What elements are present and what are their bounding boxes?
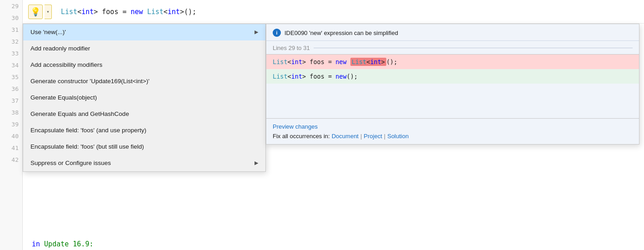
info-icon-label: i [276, 30, 277, 35]
line-38: 38 [0, 106, 22, 118]
preview-subtitle-line [314, 48, 633, 48]
line-31: 31 [0, 24, 22, 35]
line-40: 40 [0, 130, 22, 142]
line-37: 37 [0, 95, 22, 106]
menu-item-generate-constructor-label: Generate constructor 'Update169(List<int… [30, 78, 150, 85]
fix-separator-1: | [360, 133, 362, 140]
preview-subtitle: Lines 29 to 31 [266, 41, 639, 55]
menu-item-encapsulate-property[interactable]: Encapsulate field: 'foos' (and use prope… [23, 122, 265, 139]
fix-all-line: Fix all occurrences in: Document | Proje… [273, 133, 633, 140]
menu-item-suppress-arrow: ▶ [255, 160, 258, 166]
line-36: 36 [0, 83, 22, 95]
line-33: 33 [0, 47, 22, 59]
code-bottom-bar: in Update 16.9: [23, 238, 644, 250]
menu-item-generate-equals-hashcode-label: Generate Equals and GetHashCode [30, 110, 129, 117]
line-39: 39 [0, 118, 22, 130]
menu-item-generate-equals[interactable]: Generate Equals(object) [23, 90, 265, 106]
line-32: 32 [0, 35, 22, 47]
line-numbers: 29 30 31 32 33 34 35 36 37 38 39 40 41 4… [0, 0, 23, 250]
menu-item-generate-constructor[interactable]: Generate constructor 'Update169(List<int… [23, 73, 265, 90]
preview-code-line-old: List<int> foos = new List<int>(); [266, 55, 639, 69]
menu-item-suppress-configure-label: Suppress or Configure issues [30, 160, 111, 166]
preview-changes-link[interactable]: Preview changes [273, 123, 633, 130]
menu-item-use-new-label: Use 'new(...)' [30, 29, 66, 35]
line-30: 30 [0, 12, 22, 24]
preview-header: i IDE0090 'new' expression can be simpli… [266, 24, 639, 41]
code-line-30-text: List<int> foos = new List<int>(); [61, 8, 196, 16]
menu-item-add-readonly[interactable]: Add readonly modifier [23, 40, 265, 57]
context-menu: Use 'new(...)' ▶ Add readonly modifier A… [23, 24, 266, 172]
line-29: 29 [0, 0, 22, 12]
menu-item-generate-equals-label: Generate Equals(object) [30, 94, 97, 101]
line-41: 41 [0, 142, 22, 154]
line-42: 42 [0, 154, 22, 165]
preview-title: IDE0090 'new' expression can be simplifi… [285, 30, 398, 36]
preview-code-area: List<int> foos = new List<int>(); List<i… [266, 55, 639, 118]
menu-item-suppress-configure[interactable]: Suppress or Configure issues ▶ [23, 155, 265, 171]
chevron-down-icon: ▾ [46, 9, 49, 15]
menu-item-use-new-arrow: ▶ [255, 29, 258, 35]
highlight-list-int: List<int> [350, 58, 386, 66]
preview-code-line-new: List<int> foos = new(); [266, 69, 639, 84]
menu-item-encapsulate-field-label: Encapsulate field: 'foos' (but still use… [30, 143, 144, 150]
preview-panel: i IDE0090 'new' expression can be simpli… [266, 24, 639, 145]
menu-item-encapsulate-property-label: Encapsulate field: 'foos' (and use prope… [30, 127, 146, 134]
code-line-41-text: in Update 16.9: [32, 240, 93, 248]
menu-item-generate-equals-hashcode[interactable]: Generate Equals and GetHashCode [23, 106, 265, 122]
fix-project-link[interactable]: Project [364, 133, 382, 140]
menu-item-add-readonly-label: Add readonly modifier [30, 45, 90, 52]
fix-all-label: Fix all occurrences in: [273, 133, 330, 140]
menu-item-use-new[interactable]: Use 'new(...)' ▶ [23, 24, 265, 40]
lightbulb-dropdown-arrow[interactable]: ▾ [45, 5, 52, 19]
fix-separator-2: | [384, 133, 385, 140]
menu-item-add-accessibility-label: Add accessibility modifiers [30, 61, 102, 68]
preview-lines-label: Lines 29 to 31 [273, 45, 310, 51]
lightbulb-icon: 💡 [30, 7, 40, 17]
fix-solution-link[interactable]: Solution [387, 133, 409, 140]
code-top-bar: 💡 ▾ List<int> foos = new List<int>(); [23, 0, 644, 24]
line-35: 35 [0, 71, 22, 83]
fix-document-link[interactable]: Document [332, 133, 359, 140]
lightbulb-button[interactable]: 💡 [28, 5, 43, 19]
menu-item-add-accessibility[interactable]: Add accessibility modifiers [23, 57, 265, 73]
preview-footer: Preview changes Fix all occurrences in: … [266, 118, 639, 144]
info-icon: i [273, 29, 281, 37]
menu-item-encapsulate-field[interactable]: Encapsulate field: 'foos' (but still use… [23, 139, 265, 155]
line-34: 34 [0, 59, 22, 71]
